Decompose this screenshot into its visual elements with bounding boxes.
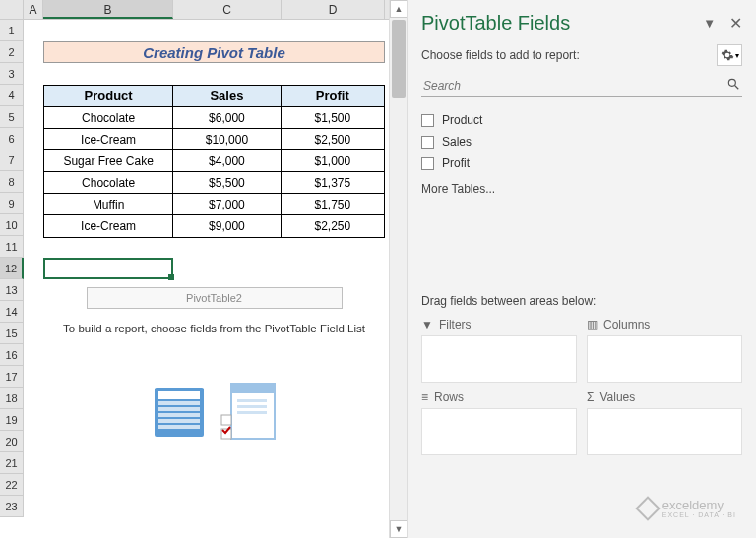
row-header-19[interactable]: 19 [0,409,24,431]
col-header-D[interactable]: D [282,0,385,19]
cell[interactable]: $1,000 [282,150,384,172]
field-item-sales[interactable]: Sales [421,131,742,152]
field-item-profit[interactable]: Profit [421,152,742,174]
row-header-12[interactable]: 12 [0,258,24,279]
row-header-8[interactable]: 8 [0,171,24,193]
pivot-hint: To build a report, choose fields from th… [43,317,385,340]
field-item-product[interactable]: Product [421,109,742,131]
cell[interactable]: Ice-Cream [44,215,173,237]
row-header-3[interactable]: 3 [0,63,24,85]
row-header-21[interactable]: 21 [0,452,24,474]
table-row: Sugar Free Cake$4,000$1,000 [44,150,384,172]
th-profit[interactable]: Profit [282,86,384,107]
row-header-23[interactable]: 23 [0,496,24,517]
row-header-9[interactable]: 9 [0,193,24,214]
row-header-4[interactable]: 4 [0,85,24,106]
pivot-placeholder-images [43,380,385,448]
row-header-2[interactable]: 2 [0,41,24,63]
more-tables-link[interactable]: More Tables... [421,182,742,196]
cell[interactable]: Chocolate [44,172,173,194]
svg-rect-2 [158,401,200,405]
field-label: Product [442,113,482,127]
banner-title: Creating Pivot Table [43,41,385,63]
spreadsheet-area: A B C D 12345678910111213141516171819202… [0,0,389,538]
svg-rect-8 [231,384,275,393]
cell[interactable]: $4,000 [173,150,281,172]
checkbox-icon[interactable] [421,157,434,170]
col-header-C[interactable]: C [173,0,282,19]
cell[interactable]: $1,500 [282,107,384,129]
pivot-name-box: PivotTable2 [87,287,343,309]
filters-drop[interactable] [421,335,577,383]
cell[interactable]: Sugar Free Cake [44,150,173,172]
cell[interactable]: $7,000 [173,194,281,215]
gear-icon[interactable]: ▾ [717,44,742,66]
columns-drop[interactable] [587,335,742,383]
cell[interactable]: $5,500 [173,172,281,194]
scroll-up-icon[interactable]: ▲ [390,0,408,18]
area-filters-label: Filters [439,318,472,331]
checkbox-icon[interactable] [421,136,434,149]
cell[interactable]: $9,000 [173,215,281,237]
pane-title: PivotTable Fields [421,12,570,34]
cell[interactable]: Muffin [44,194,173,215]
cell[interactable]: $1,750 [282,194,384,215]
row-header-15[interactable]: 15 [0,323,24,344]
svg-rect-12 [221,415,231,425]
svg-rect-3 [158,407,200,411]
row-header-13[interactable]: 13 [0,279,24,301]
area-columns: ▥Columns [587,318,742,383]
row-header-5[interactable]: 5 [0,106,24,128]
svg-rect-9 [237,399,267,402]
row-header-7[interactable]: 7 [0,149,24,171]
checkbox-icon[interactable] [421,114,434,127]
selected-cell-B12[interactable] [43,258,173,279]
cell[interactable]: Ice-Cream [44,129,173,150]
cell[interactable]: $2,500 [282,129,384,150]
th-product[interactable]: Product [44,86,173,107]
row-header-20[interactable]: 20 [0,431,24,452]
table-row: Chocolate$6,000$1,500 [44,107,384,129]
field-list: ProductSalesProfit [421,109,742,174]
row-header-1[interactable]: 1 [0,20,24,41]
row-header-22[interactable]: 22 [0,474,24,496]
scroll-down-icon[interactable]: ▼ [390,520,408,538]
svg-rect-10 [237,405,267,408]
row-header-16[interactable]: 16 [0,344,24,366]
row-header-17[interactable]: 17 [0,366,24,388]
search-icon[interactable] [726,77,740,93]
column-headers: A B C D [0,0,389,20]
cell[interactable]: Chocolate [44,107,173,129]
vertical-scrollbar[interactable]: ▲ ▼ [389,0,407,538]
pane-options-icon[interactable]: ▼ [703,16,716,30]
scroll-thumb[interactable] [392,20,406,98]
svg-rect-1 [158,391,200,399]
area-values-label: Values [599,390,635,404]
row-header-11[interactable]: 11 [0,236,24,258]
drag-areas-label: Drag fields between areas below: [421,294,742,308]
row-header-10[interactable]: 10 [0,214,24,236]
cell[interactable]: $6,000 [173,107,281,129]
row-header-6[interactable]: 6 [0,128,24,149]
area-rows-label: Rows [434,390,464,404]
cell[interactable]: $10,000 [173,129,281,150]
pivot-fields-pane: PivotTable Fields ▼ ✕ Choose fields to a… [407,0,756,538]
row-header-14[interactable]: 14 [0,301,24,323]
cell[interactable]: $2,250 [282,215,384,237]
table-row: Ice-Cream$9,000$2,250 [44,215,384,237]
search-box [421,74,742,97]
col-header-A[interactable]: A [24,0,43,19]
select-all-corner[interactable] [0,0,24,19]
svg-point-14 [728,79,735,86]
row-header-18[interactable]: 18 [0,388,24,409]
th-sales[interactable]: Sales [173,86,281,107]
cell[interactable]: $1,375 [282,172,384,194]
col-header-B[interactable]: B [43,0,173,19]
area-rows: ≡Rows [421,390,577,455]
close-icon[interactable]: ✕ [729,14,742,32]
drop-areas: ▼Filters ▥Columns ≡Rows ΣValues [421,318,742,455]
rows-drop[interactable] [421,408,577,455]
values-drop[interactable] [587,408,742,455]
search-input[interactable] [421,74,742,97]
fill-handle[interactable] [168,274,174,280]
